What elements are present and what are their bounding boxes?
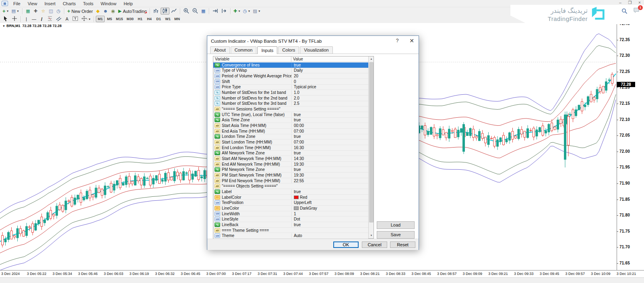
close-button[interactable]: × bbox=[637, 0, 642, 5]
table-row[interactable]: 123TextPositionUpperLeft bbox=[213, 200, 368, 206]
chart-shift-button[interactable] bbox=[220, 8, 229, 15]
variable-value[interactable]: 07:00 bbox=[291, 129, 368, 133]
table-row[interactable]: 123Type of VWapDaily bbox=[213, 68, 368, 74]
table-row[interactable]: ∿UTC Time (true), Local Time (false)true bbox=[213, 112, 368, 118]
scroll-up-icon[interactable]: ▲ bbox=[369, 56, 374, 62]
new-chart-button[interactable]: +▼ bbox=[1, 8, 10, 15]
table-row[interactable]: abStart London Time (HH:MM)07:00 bbox=[213, 139, 368, 145]
tab-about[interactable]: About bbox=[210, 46, 230, 54]
menu-insert[interactable]: Insert bbox=[41, 1, 59, 6]
table-row[interactable]: 123ThemeAuto bbox=[213, 233, 368, 239]
variable-value[interactable]: 00:00 bbox=[291, 123, 368, 128]
price-axis[interactable]: 72.4072.3572.3072.2572.2072.1572.1072.05… bbox=[617, 23, 644, 271]
timeframe-d1[interactable]: D1 bbox=[154, 16, 163, 22]
timeframe-w1[interactable]: W1 bbox=[163, 16, 172, 22]
variable-value[interactable]: 1.0 bbox=[291, 90, 368, 95]
save-button[interactable]: Save bbox=[377, 231, 415, 239]
tile-windows-button[interactable]: ▦ bbox=[200, 8, 207, 15]
dialog-title-bar[interactable]: Custom Indicator - VWap Bands STV MT4 - … bbox=[207, 36, 419, 46]
new-order-button[interactable]: +New Order bbox=[66, 8, 94, 15]
zoom-out-button[interactable] bbox=[191, 8, 200, 15]
table-scrollbar[interactable]: ▲ ▼ bbox=[368, 56, 374, 238]
variable-value[interactable]: true bbox=[291, 167, 368, 172]
table-row[interactable]: ½Number of StdDevs for the 2nd band2.0 bbox=[213, 96, 368, 101]
reset-button[interactable]: Reset bbox=[390, 241, 415, 248]
table-row[interactable]: abEnd AM Newyork Time (HH:MM)19:30 bbox=[213, 162, 368, 167]
help-button[interactable]: ? bbox=[391, 36, 403, 46]
variable-value[interactable]: 19:30 bbox=[291, 173, 368, 177]
alerts-button[interactable]: ◉ bbox=[109, 8, 117, 15]
cancel-button[interactable]: Cancel bbox=[362, 241, 387, 248]
menu-help[interactable]: Help bbox=[120, 1, 136, 6]
variable-value[interactable]: true bbox=[291, 189, 368, 194]
line-chart-button[interactable] bbox=[169, 8, 178, 15]
time-axis[interactable]: 3 Dec 20243 Dec 05:223 Dec 05:343 Dec 05… bbox=[0, 270, 644, 277]
restore-button[interactable]: ❐ bbox=[627, 0, 633, 5]
chat-icon[interactable]: 1 bbox=[633, 7, 640, 15]
variable-value[interactable]: 19:30 bbox=[291, 162, 368, 166]
variable-value[interactable]: 2.5 bbox=[291, 101, 368, 106]
timeframe-m30[interactable]: M30 bbox=[125, 16, 135, 22]
table-row[interactable]: ∿PM Newyork Time Zonetrue bbox=[213, 167, 368, 173]
timeframe-m15[interactable]: M15 bbox=[114, 16, 125, 22]
table-row[interactable]: 123Period of Volume Weight Average Price… bbox=[213, 73, 368, 79]
menu-charts[interactable]: Charts bbox=[59, 1, 79, 6]
load-button[interactable]: Load bbox=[377, 221, 415, 229]
symbol-info[interactable]: ▼BRN,M1 72.28 72.28 72.28 72.28 bbox=[2, 24, 62, 28]
variable-value[interactable]: 07:00 bbox=[291, 140, 368, 144]
table-row[interactable]: ab"===== Objects Setting =====" bbox=[213, 183, 368, 189]
table-row[interactable]: ▭LineColorDarkGray bbox=[213, 206, 368, 211]
auto-scroll-button[interactable] bbox=[211, 8, 220, 15]
menu-tools[interactable]: Tools bbox=[79, 1, 97, 6]
fibonacci-button[interactable] bbox=[45, 16, 54, 23]
menu-file[interactable]: File bbox=[10, 1, 24, 6]
navigator-button[interactable]: ☆ bbox=[39, 8, 47, 15]
table-row[interactable]: ½Number of StdDevs for the 3rd band2.5 bbox=[213, 101, 368, 107]
strategy-tester-button[interactable]: ◷ bbox=[55, 8, 62, 15]
variable-value[interactable]: true bbox=[291, 151, 368, 155]
table-row[interactable]: 123Shift0 bbox=[213, 79, 368, 85]
crosshair-button[interactable] bbox=[10, 16, 19, 23]
periods-button[interactable]: ◷▼ bbox=[242, 8, 252, 15]
profiles-button[interactable]: ▤▼ bbox=[10, 8, 21, 15]
table-row[interactable]: ∿Labeltrue bbox=[213, 189, 368, 195]
variable-value[interactable]: Daily bbox=[291, 68, 368, 73]
terminal-button[interactable]: ◫ bbox=[47, 8, 55, 15]
variable-value[interactable]: Dot bbox=[291, 217, 368, 221]
variable-value[interactable]: Red bbox=[291, 195, 368, 200]
candlestick-chart-button[interactable] bbox=[161, 8, 169, 15]
autotrading-button[interactable]: ▶AutoTrading bbox=[117, 8, 148, 15]
arrows-button[interactable]: ▼ bbox=[80, 16, 92, 23]
table-row[interactable]: 123Price TypeTypical price bbox=[213, 85, 368, 90]
horizontal-line-button[interactable]: — bbox=[30, 16, 38, 23]
variable-value[interactable]: Typical price bbox=[291, 85, 368, 89]
variable-value[interactable]: true bbox=[291, 223, 368, 227]
variable-value[interactable]: 2.0 bbox=[291, 96, 368, 100]
dialog-close-button[interactable]: ✕ bbox=[406, 36, 418, 46]
table-row[interactable]: ½Number of StdDevs for the 1st band1.0 bbox=[213, 90, 368, 96]
table-row[interactable]: ∿Convergence of linestrue bbox=[213, 62, 368, 68]
variable-value[interactable]: 1 bbox=[291, 212, 368, 216]
timeframe-h4[interactable]: H4 bbox=[145, 16, 154, 22]
data-window-button[interactable]: ✚ bbox=[32, 8, 39, 15]
text-button[interactable]: A bbox=[63, 16, 71, 23]
variable-value[interactable]: true bbox=[291, 112, 368, 117]
scrollbar-thumb[interactable] bbox=[369, 62, 374, 223]
menu-window[interactable]: Window bbox=[97, 1, 120, 6]
search-icon[interactable] bbox=[621, 8, 627, 14]
zoom-in-button[interactable] bbox=[182, 8, 191, 15]
timeframe-m5[interactable]: M5 bbox=[105, 16, 114, 22]
market-watch-button[interactable]: ▦ bbox=[24, 8, 32, 15]
tab-inputs[interactable]: Inputs bbox=[257, 46, 277, 54]
table-row[interactable]: ∿AM Newyork Time Zonetrue bbox=[213, 151, 368, 156]
tab-visualization[interactable]: Visualization bbox=[300, 46, 333, 54]
variable-value[interactable]: Auto bbox=[291, 233, 368, 238]
variable-value[interactable]: UpperLeft bbox=[291, 200, 368, 205]
variable-value[interactable]: true bbox=[291, 134, 368, 139]
tab-common[interactable]: Common bbox=[231, 46, 257, 54]
table-row[interactable]: abEnd Asia Time (HH:MM)07:00 bbox=[213, 129, 368, 134]
experts-button[interactable]: ☻ bbox=[102, 8, 109, 15]
menu-view[interactable]: View bbox=[24, 1, 41, 6]
variable-value[interactable]: 0 bbox=[291, 79, 368, 84]
table-row[interactable]: 123LineWidth1 bbox=[213, 211, 368, 217]
